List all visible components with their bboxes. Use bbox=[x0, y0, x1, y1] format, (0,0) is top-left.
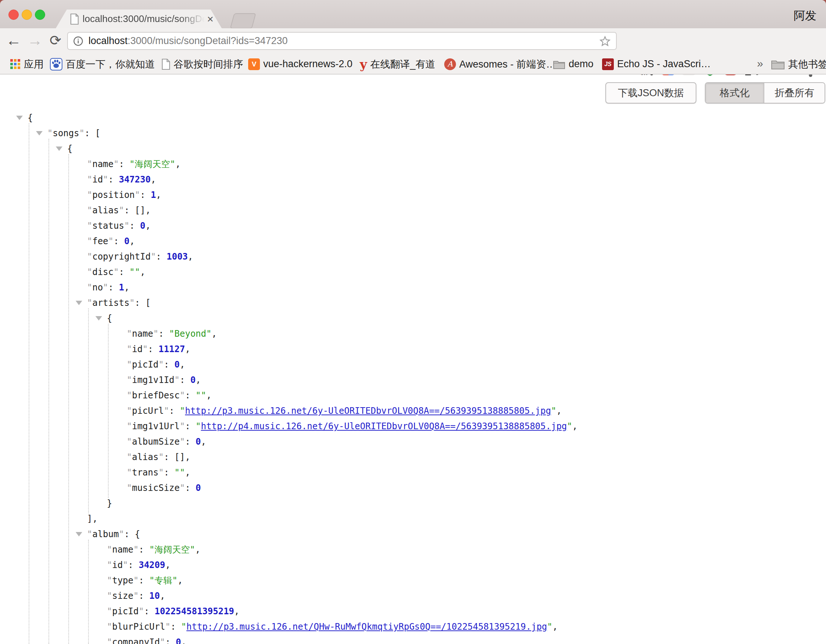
json-line: "trans": "", bbox=[127, 465, 190, 480]
json-line: "name": "海阔天空", bbox=[87, 157, 181, 172]
indent-guide bbox=[48, 139, 49, 644]
json-key: "albumSize" bbox=[127, 436, 185, 447]
json-line: ], bbox=[87, 511, 98, 526]
json-key: "blurPicUrl" bbox=[107, 622, 170, 632]
json-punctuation: : bbox=[185, 390, 196, 400]
json-punctuation: , bbox=[140, 267, 145, 277]
json-punctuation: : bbox=[170, 622, 181, 632]
json-key: "id" bbox=[127, 344, 148, 354]
json-key: "name" bbox=[107, 545, 139, 555]
json-punctuation: , bbox=[185, 467, 190, 478]
collapse-triangle-icon[interactable] bbox=[16, 116, 23, 120]
json-line: "picId": 102254581395219, bbox=[107, 604, 239, 619]
json-number: 1 bbox=[119, 282, 124, 293]
json-number: 1 bbox=[151, 190, 156, 200]
json-string: "" bbox=[174, 467, 185, 478]
json-punctuation: : bbox=[128, 560, 139, 570]
json-punctuation: : bbox=[119, 159, 130, 169]
json-number: 34209 bbox=[139, 560, 165, 570]
json-number: 0 bbox=[196, 436, 201, 447]
json-line: "type": "专辑", bbox=[107, 573, 183, 588]
json-key: "alias" bbox=[127, 452, 164, 462]
json-key: "musicSize" bbox=[127, 483, 185, 493]
json-punctuation: , bbox=[234, 606, 239, 616]
collapse-triangle-icon[interactable] bbox=[95, 316, 102, 321]
json-line: "artists": [ bbox=[87, 295, 151, 310]
json-link[interactable]: http://p4.music.126.net/6y-UleORITEDbvrO… bbox=[201, 421, 567, 431]
json-punctuation: , bbox=[185, 344, 190, 354]
json-punctuation: , bbox=[130, 236, 135, 246]
json-key: "position" bbox=[87, 190, 140, 200]
json-key: "type" bbox=[107, 575, 139, 586]
json-punctuation: , bbox=[156, 190, 161, 200]
json-string: "专辑" bbox=[149, 575, 178, 586]
json-punctuation: ], bbox=[87, 514, 98, 524]
json-punctuation: : bbox=[169, 406, 180, 416]
json-line: } bbox=[107, 496, 112, 511]
json-punctuation: , bbox=[572, 421, 578, 431]
json-punctuation: , bbox=[180, 360, 185, 370]
json-line: "songs": [ bbox=[47, 126, 101, 141]
json-key: "size" bbox=[107, 591, 139, 601]
json-key: "id" bbox=[87, 174, 108, 185]
json-key: "fee" bbox=[87, 236, 113, 246]
json-link[interactable]: http://p3.music.126.net/QHw-RuMwfQkmqtiy… bbox=[186, 622, 547, 632]
json-key: "img1v1Url" bbox=[127, 421, 185, 431]
json-line: "alias": [], bbox=[127, 449, 190, 465]
json-line: "img1v1Url": "http://p4.music.126.net/6y… bbox=[127, 419, 578, 434]
json-punctuation: : bbox=[144, 606, 155, 616]
json-string: "海阔天空" bbox=[130, 159, 175, 169]
json-key: "picUrl" bbox=[127, 406, 169, 416]
json-punctuation: : [], bbox=[164, 452, 190, 462]
json-punctuation: : bbox=[113, 236, 124, 246]
json-line: "album": { bbox=[87, 526, 140, 542]
json-line: { bbox=[28, 110, 33, 126]
collapse-triangle-icon[interactable] bbox=[76, 532, 82, 537]
json-punctuation: , bbox=[201, 436, 206, 447]
json-punctuation: : bbox=[185, 421, 196, 431]
collapse-triangle-icon[interactable] bbox=[76, 301, 82, 305]
json-punctuation: : bbox=[139, 591, 149, 601]
collapse-triangle-icon[interactable] bbox=[56, 146, 62, 151]
json-punctuation: : bbox=[158, 329, 169, 339]
json-key: "album" bbox=[87, 529, 124, 539]
json-punctuation: , bbox=[181, 637, 186, 644]
json-punctuation: , bbox=[195, 545, 200, 555]
collapse-triangle-icon[interactable] bbox=[36, 131, 43, 135]
json-line: "name": "海阔天空", bbox=[107, 542, 200, 557]
json-line: "disc": "", bbox=[87, 264, 145, 280]
json-line: "size": 10, bbox=[107, 588, 165, 604]
json-line: "id": 34209, bbox=[107, 557, 170, 573]
json-punctuation: , bbox=[165, 560, 170, 570]
json-punctuation: : bbox=[130, 221, 140, 231]
json-key: "trans" bbox=[127, 467, 164, 478]
json-line: "briefDesc": "", bbox=[127, 388, 211, 403]
json-tree: {"songs": [{"name": "海阔天空","id": 347230,… bbox=[0, 0, 826, 644]
json-key: "alias" bbox=[87, 205, 124, 216]
json-number: 10 bbox=[149, 591, 160, 601]
json-number: 11127 bbox=[158, 344, 185, 354]
json-punctuation: , bbox=[196, 375, 201, 385]
json-line: "fee": 0, bbox=[87, 234, 135, 249]
indent-guide bbox=[29, 123, 30, 644]
json-number: 0 bbox=[124, 236, 129, 246]
json-link[interactable]: http://p3.music.126.net/6y-UleORITEDbvrO… bbox=[185, 406, 551, 416]
json-line: "picId": 0, bbox=[127, 357, 185, 372]
json-key: "id" bbox=[107, 560, 128, 570]
indent-guide bbox=[68, 154, 69, 644]
json-string: "Beyond" bbox=[169, 329, 212, 339]
json-line: "id": 11127, bbox=[127, 341, 190, 357]
json-key: "songs" bbox=[47, 128, 84, 138]
indent-guide bbox=[88, 540, 89, 644]
json-line: { bbox=[107, 310, 112, 326]
json-number: 0 bbox=[174, 360, 180, 370]
json-number: 347230 bbox=[119, 174, 151, 185]
json-number: 0 bbox=[176, 637, 181, 644]
json-number: 0 bbox=[190, 375, 195, 385]
json-string: "" bbox=[196, 390, 206, 400]
json-key: "name" bbox=[127, 329, 158, 339]
json-line: "position": 1, bbox=[87, 187, 161, 203]
json-punctuation: : bbox=[139, 575, 149, 586]
json-punctuation: , bbox=[178, 575, 183, 586]
json-key: "disc" bbox=[87, 267, 119, 277]
